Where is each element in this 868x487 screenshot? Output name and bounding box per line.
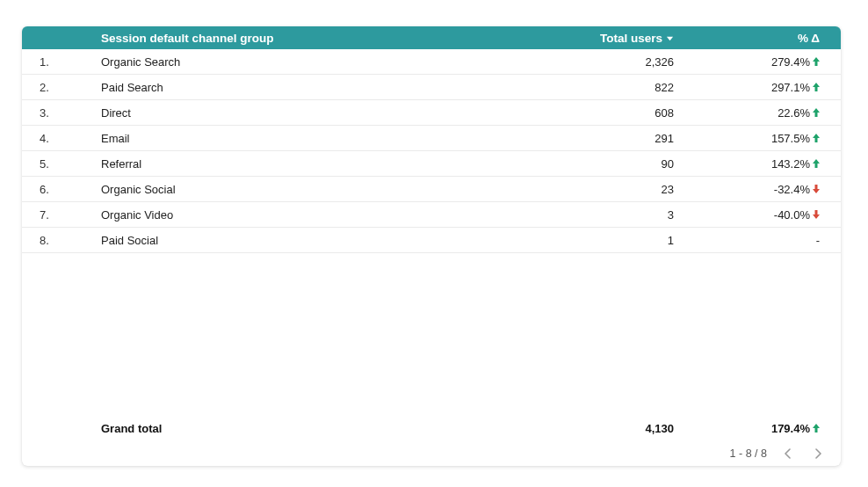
row-users: 822 — [472, 81, 683, 94]
arrow-up-icon — [813, 132, 820, 145]
grand-total-delta-value: 179.4% — [771, 422, 810, 435]
pager-next-button[interactable] — [809, 445, 827, 462]
row-index: 2. — [22, 81, 101, 94]
table-row[interactable]: 5.Referral90143.2% — [22, 151, 841, 177]
row-delta: -40.0% — [683, 208, 841, 222]
grand-total-label: Grand total — [101, 422, 472, 435]
row-delta: 22.6% — [683, 106, 841, 120]
row-channel: Paid Social — [101, 234, 472, 247]
table-row[interactable]: 8.Paid Social1- — [22, 228, 841, 253]
row-delta-value: 143.2% — [771, 157, 810, 171]
arrow-up-icon — [813, 55, 820, 69]
row-delta-value: -32.4% — [774, 183, 810, 196]
table-row[interactable]: 2.Paid Search822297.1% — [22, 75, 841, 100]
table-footer: Grand total 4,130 179.4% 1 - 8 / 8 — [22, 415, 841, 466]
grand-total-row: Grand total 4,130 179.4% — [22, 415, 841, 441]
row-users: 90 — [472, 157, 683, 171]
row-users: 608 — [472, 106, 683, 120]
arrow-down-icon — [813, 208, 820, 222]
row-channel: Organic Video — [101, 208, 472, 222]
row-delta-value: -40.0% — [774, 208, 810, 222]
row-channel: Organic Social — [101, 183, 472, 196]
sort-desc-icon — [666, 34, 674, 42]
row-delta-value: 22.6% — [778, 106, 810, 120]
row-delta: 143.2% — [683, 157, 841, 171]
row-channel: Organic Search — [101, 55, 472, 69]
table-header-row: Session default channel group Total user… — [22, 26, 841, 49]
table-row[interactable]: 7.Organic Video3-40.0% — [22, 202, 841, 228]
table-row[interactable]: 4.Email291157.5% — [22, 126, 841, 151]
row-index: 6. — [22, 183, 101, 196]
row-channel: Referral — [101, 157, 472, 171]
row-index: 7. — [22, 208, 101, 222]
row-channel: Email — [101, 132, 472, 145]
arrow-up-icon — [813, 422, 820, 435]
row-delta: - — [683, 234, 841, 247]
row-delta: 157.5% — [683, 132, 841, 145]
row-users: 3 — [472, 208, 683, 222]
row-delta: 297.1% — [683, 81, 841, 94]
row-channel: Paid Search — [101, 81, 472, 94]
table-row[interactable]: 6.Organic Social23-32.4% — [22, 177, 841, 202]
row-delta: -32.4% — [683, 183, 841, 196]
row-delta: 279.4% — [683, 55, 841, 69]
table-row[interactable]: 3.Direct60822.6% — [22, 100, 841, 126]
arrow-up-icon — [813, 106, 820, 120]
row-users: 23 — [472, 183, 683, 196]
row-users: 1 — [472, 234, 683, 247]
header-total-users[interactable]: Total users — [472, 32, 683, 45]
row-users: 2,326 — [472, 55, 683, 69]
header-channel[interactable]: Session default channel group — [101, 32, 472, 45]
arrow-up-icon — [813, 157, 820, 171]
row-index: 3. — [22, 106, 101, 120]
row-delta-value: 157.5% — [771, 132, 810, 145]
row-delta-value: 279.4% — [771, 55, 810, 69]
row-users: 291 — [472, 132, 683, 145]
row-index: 4. — [22, 132, 101, 145]
grand-total-users: 4,130 — [472, 422, 683, 435]
row-channel: Direct — [101, 106, 472, 120]
pager-prev-button[interactable] — [779, 445, 797, 462]
header-delta[interactable]: % Δ — [683, 32, 841, 45]
arrow-up-icon — [813, 81, 820, 94]
table-row[interactable]: 1.Organic Search2,326279.4% — [22, 49, 841, 75]
table-body: 1.Organic Search2,326279.4%2.Paid Search… — [22, 49, 841, 415]
row-index: 8. — [22, 234, 101, 247]
row-index: 1. — [22, 55, 101, 69]
header-total-users-label: Total users — [600, 32, 662, 45]
arrow-down-icon — [813, 183, 820, 196]
pager-range: 1 - 8 / 8 — [730, 447, 767, 460]
row-index: 5. — [22, 157, 101, 171]
header-delta-label: % Δ — [798, 32, 820, 45]
row-delta-value: - — [816, 234, 820, 247]
analytics-table-card: Session default channel group Total user… — [22, 26, 841, 466]
pager-row: 1 - 8 / 8 — [22, 441, 841, 466]
grand-total-delta: 179.4% — [683, 422, 841, 435]
row-delta-value: 297.1% — [771, 81, 810, 94]
